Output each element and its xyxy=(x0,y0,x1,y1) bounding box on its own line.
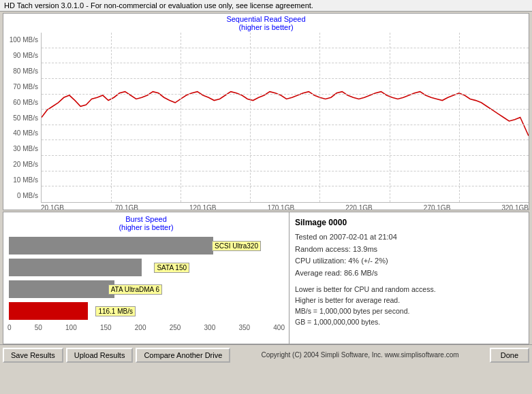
bar-sata: SATA 150 xyxy=(9,259,142,276)
bar-scsi: SCSI Ultra320 xyxy=(9,237,213,255)
bar-label-sata: SATA 150 xyxy=(154,263,189,273)
info-notes: Lower is better for CPU and random acces… xyxy=(295,284,523,327)
info-details: Tested on 2007-02-01 at 21:04 Random acc… xyxy=(295,231,523,279)
burst-chart: Burst Speed (higher is better) SCSI Ultr… xyxy=(3,212,290,344)
top-chart: Sequential Read Speed (higher is better)… xyxy=(3,13,529,210)
save-results-button[interactable]: Save Results xyxy=(3,348,63,363)
graph-container xyxy=(41,33,529,203)
header-bar: HD Tach version 3.0.1.0 - For non-commer… xyxy=(0,0,532,12)
bar-ata: ATA UltraDMA 6 xyxy=(9,280,114,298)
bar-row-scsi: SCSI Ultra320 xyxy=(9,237,283,255)
upload-results-button[interactable]: Upload Results xyxy=(66,348,134,363)
x-axis-labels: 20.1GB 70.1GB 120.1GB 170.1GB 220.1GB 27… xyxy=(3,204,529,210)
graph-grid xyxy=(42,33,529,202)
burst-bars: SCSI Ultra320 SATA 150 ATA UltraDMA 6 11… xyxy=(6,237,286,320)
burst-x-axis: 0 50 100 150 200 250 300 350 400 xyxy=(6,324,286,331)
footer: Save Results Upload Results Compare Anot… xyxy=(0,344,532,365)
bar-row-ata: ATA UltraDMA 6 xyxy=(9,280,283,298)
top-chart-title: Sequential Read Speed (higher is better) xyxy=(3,14,529,31)
done-button[interactable]: Done xyxy=(490,348,529,363)
bar-label-ata: ATA UltraDMA 6 xyxy=(108,284,162,295)
bar-label-scsi: SCSI Ultra320 xyxy=(212,241,261,251)
bar-label-current: 116.1 MB/s xyxy=(95,306,136,316)
drive-name: Silmage 0000 xyxy=(295,216,523,229)
compare-another-button[interactable]: Compare Another Drive xyxy=(136,348,230,363)
header-title: HD Tach version 3.0.1.0 - For non-commer… xyxy=(4,1,313,10)
bar-row-current: 116.1 MB/s xyxy=(9,302,283,320)
y-axis: 0 MB/s 10 MB/s 20 MB/s 30 MB/s 40 MB/s 5… xyxy=(3,33,41,203)
footer-copyright: Copyright (C) 2004 Simpli Software, Inc.… xyxy=(233,351,486,359)
burst-title: Burst Speed (higher is better) xyxy=(6,215,286,231)
chart-area: 0 MB/s 10 MB/s 20 MB/s 30 MB/s 40 MB/s 5… xyxy=(3,33,529,203)
bar-row-sata: SATA 150 xyxy=(9,259,283,276)
bar-current: 116.1 MB/s xyxy=(9,302,88,320)
bottom-section: Burst Speed (higher is better) SCSI Ultr… xyxy=(3,212,529,344)
info-panel: Silmage 0000 Tested on 2007-02-01 at 21:… xyxy=(290,212,529,344)
